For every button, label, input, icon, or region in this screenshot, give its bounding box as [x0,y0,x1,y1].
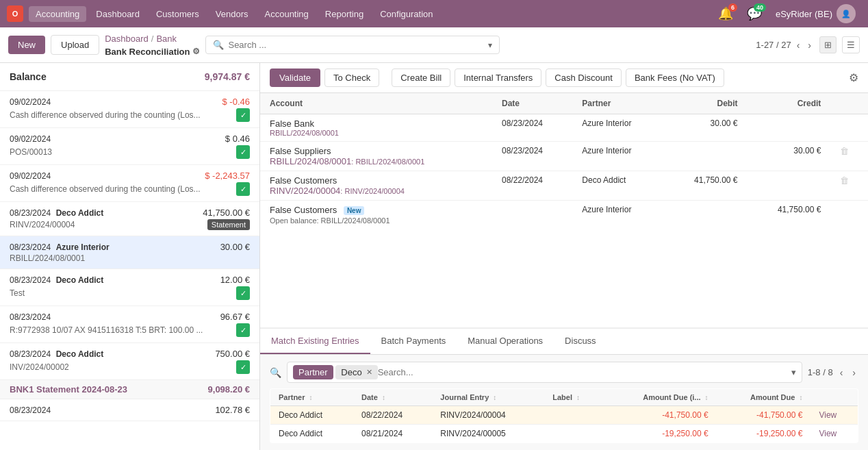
to-check-button[interactable]: To Check [324,68,379,87]
statement-item[interactable]: 08/23/2024 Deco Addict 41,750.00 € RINV/… [0,202,259,236]
match-search-input[interactable] [378,367,791,377]
search-dropdown-button[interactable]: ▾ [488,40,492,50]
cash-discount-button[interactable]: Cash Discount [546,68,622,87]
deco-chip-close[interactable]: ✕ [366,368,372,377]
prev-page-button[interactable]: ‹ [794,38,803,52]
match-journal-entry: RINV/2024/00004 [432,406,544,425]
match-journal-entry: RINV/2024/00005 [432,425,544,443]
nav-vendors[interactable]: Vendors [209,6,255,22]
user-name: eSyRider (BE) [776,9,832,19]
statement-item[interactable]: 08/23/2024 96.67 € R:9772938 10/07 AX 94… [0,306,259,343]
nav-accounting-menu[interactable]: Accounting [258,6,316,22]
action-bar: Validate To Check Create Bill Internal T… [260,63,868,93]
stmt-date: 09/02/2024 [10,171,51,181]
bottom-tabs: Match Existing Entries Batch Payments Ma… [260,329,868,355]
tab-discuss[interactable]: Discuss [554,329,607,354]
breadcrumb-title-text: Bank Reconciliation [105,47,190,57]
breadcrumb-bank[interactable]: Bank [156,34,177,44]
next-page-button[interactable]: › [805,38,814,52]
internal-transfers-button[interactable]: Internal Transfers [455,68,541,87]
stmt-date: 08/23/2024 [10,242,51,252]
table-row: False Customers New Open balance: RBILL/… [260,201,868,229]
match-view-link[interactable]: View [819,410,837,420]
nav-reporting[interactable]: Reporting [318,6,370,22]
tx-debit: 30.00 € [664,114,748,142]
balance-label: Balance [10,71,47,82]
stmt-tooltip: Statement [207,219,250,230]
match-amount-due-i: -19,250.00 € [604,425,717,443]
match-entries-area: 🔍 Partner Deco ✕ ▾ 1- [260,355,868,450]
match-view-link[interactable]: View [819,429,837,438]
match-view[interactable]: View [810,406,858,425]
stmt-date: 08/23/2024 [10,275,51,285]
right-panel: Validate To Check Create Bill Internal T… [260,63,868,450]
tx-delete[interactable]: 🗑 [830,142,868,171]
upload-button[interactable]: Upload [51,35,99,55]
tab-match-existing[interactable]: Match Existing Entries [260,329,370,354]
statement-item[interactable]: 08/23/2024 Deco Addict 12.00 € Test ✓ [0,269,259,306]
deco-filter-chip[interactable]: Deco ✕ [335,365,377,379]
nav-dashboard[interactable]: Dashboard [89,6,146,22]
col-debit: Debit [664,93,748,114]
statement-item[interactable]: 09/02/2024 $ -0.46 Cash difference obser… [0,91,259,128]
settings-cog-icon[interactable]: ⚙ [192,47,200,56]
breadcrumb-dashboard[interactable]: Dashboard [105,34,149,44]
statement-item[interactable]: 08/23/2024 102.78 € [0,399,259,421]
messages-button[interactable]: 💬 40 [741,3,767,24]
col-actions [830,93,868,114]
match-search-icon-button[interactable]: 🔍 [270,367,281,378]
match-prev-button[interactable]: ‹ [837,366,846,379]
statement-item[interactable]: 09/02/2024 $ 0.46 POS/00013 ✓ [0,128,259,165]
match-date: 08/21/2024 [353,425,432,443]
grid-view-button[interactable]: ⊞ [819,36,837,53]
stmt-partner: Deco Addict [56,275,104,285]
action-settings-button[interactable]: ⚙ [849,71,858,84]
nav-customers[interactable]: Customers [149,6,206,22]
tx-open-balance: Open balance: RBILL/2024/08/0001 [270,216,483,225]
match-date: 08/22/2024 [353,406,432,425]
stmt-partner: Azure Interior [56,242,110,252]
match-view[interactable]: View [810,425,858,443]
tx-ref-link[interactable]: RBILL/2024/08/0001 [270,156,351,166]
left-panel: Balance 9,974.87 € 09/02/2024 $ -0.46 Ca… [0,63,260,450]
match-amount-due: -41,750.00 € [717,406,811,425]
tx-delete [830,201,868,229]
tx-ref-link[interactable]: RINV/2024/00004 [270,186,340,196]
notification-bell-button[interactable]: 🔔 6 [713,3,739,24]
user-menu[interactable]: eSyRider (BE) 👤 [770,1,861,26]
bank-fees-button[interactable]: Bank Fees (No VAT) [626,68,724,87]
create-bill-button[interactable]: Create Bill [392,68,450,87]
tx-delete[interactable]: 🗑 [830,171,868,201]
tx-delete [830,114,868,142]
validate-button[interactable]: Validate [270,68,320,87]
statement-item-active[interactable]: 08/23/2024 Azure Interior 30.00 € RBILL/… [0,236,259,269]
tab-batch-payments[interactable]: Batch Payments [370,329,457,354]
list-view-button[interactable]: ☰ [842,36,860,53]
stmt-ref: R:9772938 10/07 AX 9415116318 T:5 BRT: 1… [10,325,203,335]
stmt-amount: 96.67 € [220,312,250,322]
stmt-date: 08/23/2024 [10,349,51,359]
match-partner: Deco Addict [270,406,354,425]
match-search-dropdown-button[interactable]: ▾ [791,367,796,377]
match-next-button[interactable]: › [850,366,858,379]
new-button[interactable]: New [8,36,45,54]
search-input[interactable] [228,40,488,50]
tx-date: 08/23/2024 [492,142,572,171]
nav-configuration[interactable]: Configuration [373,6,439,22]
tx-ref: RBILL/2024/08/0001 [270,129,483,137]
match-partner: Deco Addict [270,425,354,443]
statement-item[interactable]: 09/02/2024 $ -2,243.57 Cash difference o… [0,165,259,202]
tx-ref: RINV/2024/00004: RINV/2024/00004 [270,186,483,196]
stmt-check-icon: ✓ [236,108,250,122]
tab-manual-operations[interactable]: Manual Operations [457,329,554,354]
stmt-ref: Cash difference observed during the coun… [10,110,201,120]
nav-accounting[interactable]: Accounting [29,6,86,22]
top-navigation: O Accounting Dashboard Customers Vendors… [0,0,868,27]
col-credit: Credit [748,93,831,114]
partner-filter-chip[interactable]: Partner [293,365,333,379]
statement-item[interactable]: 08/23/2024 Deco Addict 750.00 € INV/2024… [0,343,259,380]
table-row: False Suppliers RBILL/2024/08/0001: RBIL… [260,142,868,171]
tx-partner: Azure Interior [572,201,663,229]
match-pagination: 1-8 / 8 ‹ › [808,366,858,379]
tx-credit [748,171,831,201]
